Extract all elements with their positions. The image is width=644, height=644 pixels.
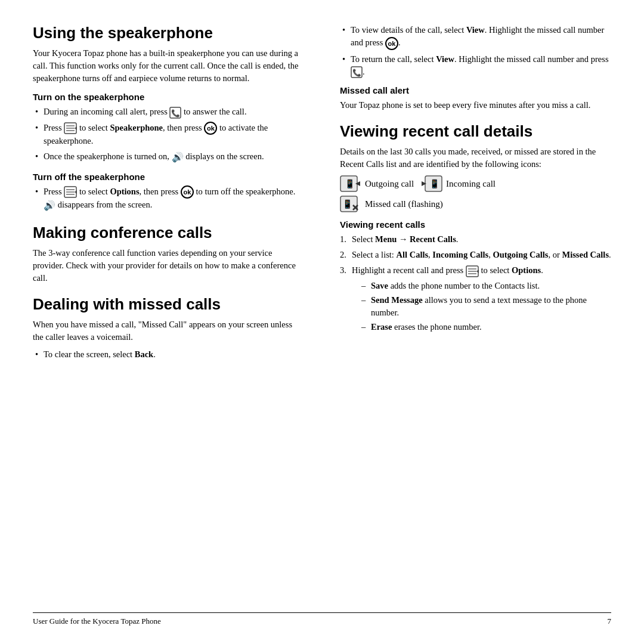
turn-on-heading: Turn on the speakerphone	[33, 92, 304, 102]
speaker-icon: 🔊	[172, 150, 184, 164]
incoming-call-label: Incoming call	[446, 179, 496, 189]
speakerphone-title: Using the speakerphone	[33, 24, 304, 42]
sub-list-item: Erase erases the phone number.	[361, 321, 611, 333]
list-item: Press to select Speakerphone, then press…	[33, 122, 304, 148]
footer-page-number: 7	[608, 617, 612, 626]
sub-list-item: Save adds the phone number to the Contac…	[361, 280, 611, 292]
speakerphone-body: Your Kyocera Topaz phone has a built-in …	[33, 47, 304, 85]
incoming-call-icon: 📱	[421, 175, 442, 192]
list-item: Highlight a recent call and press to sel…	[340, 264, 611, 333]
recent-call-details-body: Details on the last 30 calls you made, r…	[340, 145, 611, 171]
sub-list-item: Send Message allows you to send a text m…	[361, 294, 611, 319]
list-item: To clear the screen, select Back.	[33, 348, 304, 361]
list-item: To view details of the call, select View…	[340, 24, 611, 50]
recent-call-details-title: Viewing recent call details	[340, 122, 611, 141]
outgoing-call-pair: 📱 Outgoing call	[340, 175, 414, 192]
missed-call-icon: 📱	[340, 196, 361, 212]
page-footer: User Guide for the Kyocera Topaz Phone 7	[33, 612, 611, 626]
svg-text:📱: 📱	[345, 179, 355, 189]
list-item: During an incoming call alert, press 📞 t…	[33, 106, 304, 119]
list-item: Select a list: All Calls, Incoming Calls…	[340, 249, 611, 261]
turn-off-list: Press to select Options, then press ok t…	[33, 185, 304, 213]
conference-calls-title: Making conference calls	[33, 224, 304, 242]
missed-calls-body: When you have missed a call, "Missed Cal…	[33, 318, 304, 343]
menu-icon-3	[466, 265, 479, 277]
options-sub-list: Save adds the phone number to the Contac…	[352, 280, 611, 333]
menu-icon-2	[64, 186, 77, 198]
outgoing-call-icon: 📱	[340, 175, 361, 192]
conference-calls-body: The 3-way conference call function varie…	[33, 247, 304, 284]
two-column-layout: Using the speakerphone Your Kyocera Topa…	[33, 24, 611, 606]
left-column: Using the speakerphone Your Kyocera Topa…	[33, 24, 310, 606]
list-item: Once the speakerphone is turned on, 🔊 di…	[33, 150, 304, 164]
missed-calls-continued-list: To view details of the call, select View…	[340, 24, 611, 78]
svg-text:📱: 📱	[342, 199, 353, 209]
ok-icon-3: ok	[385, 37, 398, 50]
svg-marker-28	[476, 270, 479, 273]
svg-text:📱: 📱	[429, 179, 440, 189]
ok-icon-1: ok	[204, 122, 217, 135]
turn-off-heading: Turn off the speakerphone	[33, 172, 304, 182]
missed-call-icons-row: 📱 Missed call (flashing)	[340, 196, 611, 212]
svg-marker-11	[75, 190, 77, 194]
call-icon: 📞	[169, 107, 181, 119]
call-icon-2: 📞	[351, 66, 363, 78]
missed-call-label: Missed call (flashing)	[365, 199, 443, 209]
svg-text:📞: 📞	[352, 68, 361, 77]
call-icons-row: 📱 Outgoing call 📱 Incoming call	[340, 175, 611, 192]
missed-calls-title: Dealing with missed calls	[33, 295, 304, 314]
speaker-icon-2: 🔊	[44, 199, 55, 212]
svg-marker-6	[75, 126, 77, 130]
footer-left: User Guide for the Kyocera Topaz Phone	[33, 617, 161, 626]
svg-text:📞: 📞	[171, 109, 180, 117]
outgoing-call-label: Outgoing call	[365, 179, 414, 189]
viewing-recent-calls-heading: Viewing recent calls	[340, 219, 611, 230]
list-item: Press to select Options, then press ok t…	[33, 185, 304, 213]
page: Using the speakerphone Your Kyocera Topa…	[0, 0, 644, 644]
missed-call-alert-heading: Missed call alert	[340, 85, 611, 95]
incoming-call-pair: 📱 Incoming call	[421, 175, 496, 192]
list-item: To return the call, select View. Highlig…	[340, 53, 611, 79]
menu-icon-1	[64, 122, 77, 134]
viewing-recent-calls-list: Select Menu → Recent Calls. Select a lis…	[340, 233, 611, 333]
list-item: Select Menu → Recent Calls.	[340, 233, 611, 246]
missed-call-alert-body: Your Topaz phone is set to beep every fi…	[340, 99, 611, 112]
turn-on-list: During an incoming call alert, press 📞 t…	[33, 106, 304, 165]
ok-icon-2: ok	[181, 185, 194, 199]
missed-call-pair: 📱 Missed call (flashing)	[340, 196, 443, 212]
right-column: To view details of the call, select View…	[334, 24, 611, 606]
missed-calls-list: To clear the screen, select Back.	[33, 348, 304, 361]
